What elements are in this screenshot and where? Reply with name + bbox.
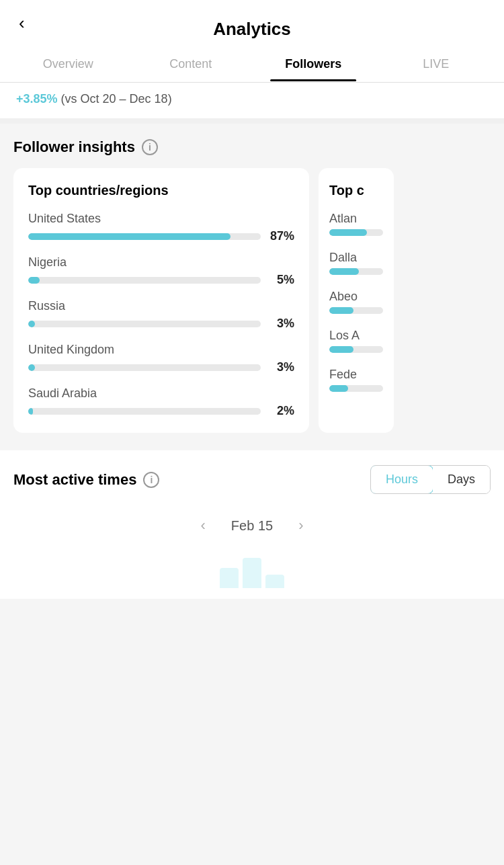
partial-track-abeo (329, 307, 383, 314)
bar-row-us: United States 87% (28, 212, 294, 243)
bar-track-nigeria (28, 277, 261, 284)
cities-card-title: Top c (329, 183, 383, 198)
page-title: Analytics (213, 19, 291, 40)
activity-chart-placeholder (13, 548, 491, 588)
growth-value: +3.85% (16, 92, 58, 106)
bar-fill-nigeria (28, 277, 40, 284)
insights-title: Follower insights (13, 138, 135, 156)
bar-pct-nigeria: 5% (267, 273, 294, 287)
most-active-times-section: Most active times i Hours Days ‹ Feb 15 … (0, 450, 504, 599)
bar-label-saudi: Saudi Arabia (28, 386, 294, 401)
partial-track-fede (329, 385, 383, 392)
chart-bar-1 (220, 568, 239, 588)
insights-header: Follower insights i (13, 138, 491, 156)
bar-row-uk: United Kingdom 3% (28, 343, 294, 374)
bar-fill-us (28, 233, 230, 240)
bar-fill-russia (28, 321, 35, 327)
active-times-info-icon[interactable]: i (143, 472, 159, 488)
date-prev-button[interactable]: ‹ (196, 514, 211, 537)
bar-pct-saudi: 2% (267, 404, 294, 418)
bar-fill-saudi (28, 408, 33, 415)
bar-track-saudi (28, 408, 261, 415)
partial-fill-atlanta (329, 229, 367, 236)
partial-bar-fede: Fede (329, 368, 383, 392)
bar-pct-us: 87% (267, 229, 294, 243)
countries-card: Top countries/regions United States 87% … (13, 168, 309, 433)
date-next-button[interactable]: › (293, 514, 308, 537)
partial-track-atlanta (329, 229, 383, 236)
growth-section: +3.85% (vs Oct 20 – Dec 18) (0, 83, 504, 124)
partial-bar-dallas: Dalla (329, 251, 383, 275)
tab-overview[interactable]: Overview (7, 48, 130, 81)
partial-label-losa: Los A (329, 329, 383, 343)
partial-track-losa (329, 346, 383, 353)
toggle-hours-button[interactable]: Hours (370, 465, 433, 494)
partial-label-fede: Fede (329, 368, 383, 382)
partial-label-dallas: Dalla (329, 251, 383, 265)
bar-label-nigeria: Nigeria (28, 255, 294, 270)
partial-track-dallas (329, 268, 383, 275)
cities-card-partial: Top c Atlan Dalla Abeo Los A (319, 168, 394, 433)
toggle-group: Hours Days (370, 465, 491, 494)
bar-row-russia: Russia 3% (28, 299, 294, 331)
bar-pct-uk: 3% (267, 360, 294, 374)
bar-track-russia (28, 321, 261, 327)
partial-label-atlanta: Atlan (329, 212, 383, 226)
bar-label-russia: Russia (28, 299, 294, 313)
bar-fill-uk (28, 364, 35, 371)
countries-card-title: Top countries/regions (28, 183, 294, 198)
active-times-title: Most active times (13, 471, 136, 489)
bar-track-uk (28, 364, 261, 371)
follower-insights-section: Follower insights i Top countries/region… (0, 124, 504, 444)
header: ‹ Analytics (0, 0, 504, 46)
tab-bar: Overview Content Followers LIVE (0, 46, 504, 83)
date-label: Feb 15 (231, 518, 273, 534)
tab-followers[interactable]: Followers (252, 48, 375, 81)
bar-row-nigeria: Nigeria 5% (28, 255, 294, 287)
active-times-header: Most active times i Hours Days (13, 465, 491, 494)
chart-bar-3 (265, 575, 284, 588)
bar-label-us: United States (28, 212, 294, 226)
toggle-days-button[interactable]: Days (433, 466, 490, 493)
growth-compare: (vs Oct 20 – Dec 18) (58, 92, 172, 106)
active-times-left: Most active times i (13, 471, 159, 489)
partial-fill-abeo (329, 307, 353, 314)
tab-live[interactable]: LIVE (375, 48, 498, 81)
partial-bar-abeo: Abeo (329, 290, 383, 314)
partial-bar-losa: Los A (329, 329, 383, 353)
partial-bar-atlanta: Atlan (329, 212, 383, 236)
bar-row-saudi: Saudi Arabia 2% (28, 386, 294, 418)
tab-content[interactable]: Content (130, 48, 253, 81)
partial-fill-dallas (329, 268, 359, 275)
bar-pct-russia: 3% (267, 317, 294, 331)
back-button[interactable]: ‹ (13, 10, 30, 36)
bar-label-uk: United Kingdom (28, 343, 294, 357)
insights-info-icon[interactable]: i (142, 139, 158, 155)
bar-track-us (28, 233, 261, 240)
cards-row: Top countries/regions United States 87% … (13, 168, 491, 433)
partial-fill-losa (329, 346, 353, 353)
date-nav: ‹ Feb 15 › (13, 507, 491, 548)
partial-label-abeo: Abeo (329, 290, 383, 304)
chart-bar-2 (243, 558, 261, 588)
partial-fill-fede (329, 385, 348, 392)
